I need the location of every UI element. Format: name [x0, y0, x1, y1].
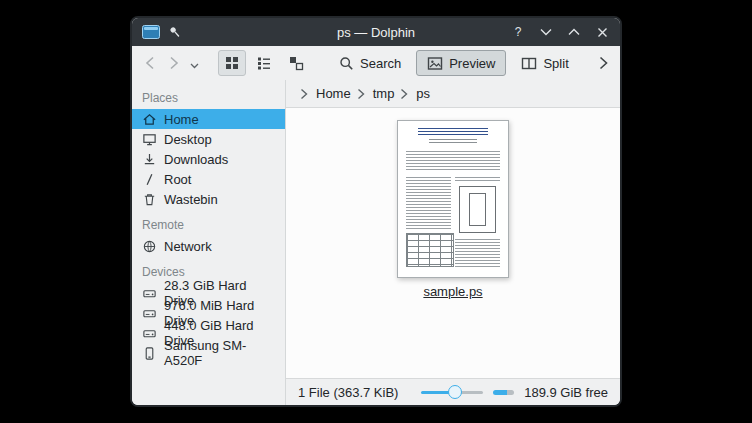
chevron-down-icon: [540, 28, 552, 36]
maximize-button[interactable]: [566, 24, 582, 40]
chevron-right-icon: [357, 88, 367, 100]
section-header-places: Places: [132, 82, 285, 109]
search-label: Search: [360, 56, 401, 71]
root-icon: [142, 172, 157, 187]
view-mode-group: [218, 50, 310, 76]
toolbar-overflow-button[interactable]: [594, 51, 612, 75]
sidebar-item-home[interactable]: Home: [132, 109, 285, 129]
sidebar-item-label: Downloads: [164, 152, 228, 167]
thumb-table: [406, 233, 454, 267]
desktop-background: ps — Dolphin ?: [0, 0, 752, 423]
sidebar-item-label: Desktop: [164, 132, 212, 147]
details-view-icon: [256, 55, 272, 71]
network-icon: [142, 239, 157, 254]
zoom-slider-handle[interactable]: [448, 385, 462, 399]
details-view-button[interactable]: [250, 50, 278, 76]
sidebar-item-label: Wastebin: [164, 192, 218, 207]
thumb-text-lines: [406, 151, 501, 172]
history-dropdown-icon[interactable]: [188, 51, 200, 75]
close-icon: [597, 27, 608, 38]
places-panel: Places Home Desktop Downloads Root: [132, 80, 286, 405]
file-count-summary: 1 File (363.7 KiB): [298, 385, 398, 400]
forward-button[interactable]: [164, 51, 184, 75]
close-button[interactable]: [594, 24, 610, 40]
thumb-figure: [459, 186, 496, 233]
icons-view-button[interactable]: [218, 50, 246, 76]
chevron-right-icon: [300, 88, 310, 100]
sidebar-item-label: Samsung SM-A520F: [164, 338, 275, 368]
sidebar-item-label: Network: [164, 239, 212, 254]
sidebar-item-wastebin[interactable]: Wastebin: [132, 189, 285, 209]
icons-view-icon: [224, 55, 240, 71]
split-icon: [521, 56, 537, 71]
sidebar-item-network[interactable]: Network: [132, 236, 285, 256]
harddrive-icon: [142, 306, 157, 321]
forward-arrow-icon: [169, 56, 179, 70]
preview-label: Preview: [449, 56, 495, 71]
wastebin-icon: [142, 192, 157, 207]
breadcrumb[interactable]: Home tmp ps: [286, 80, 620, 107]
help-button[interactable]: ?: [510, 24, 526, 40]
thumb-meta-lines: [429, 139, 477, 145]
split-label: Split: [543, 56, 568, 71]
harddrive-icon: [142, 286, 157, 301]
section-header-remote: Remote: [132, 209, 285, 236]
split-button[interactable]: Split: [510, 50, 579, 76]
breadcrumb-item-ps[interactable]: ps: [416, 86, 430, 101]
sidebar-item-label: Root: [164, 172, 191, 187]
dolphin-app-icon[interactable]: [142, 25, 160, 39]
chevron-right-icon: [400, 88, 410, 100]
desktop-icon: [142, 132, 157, 147]
back-button[interactable]: [140, 51, 160, 75]
harddrive-icon: [142, 326, 157, 341]
minimize-button[interactable]: [538, 24, 554, 40]
help-icon: ?: [515, 25, 522, 39]
chevron-right-icon: [599, 56, 608, 70]
chevron-up-icon: [568, 28, 580, 36]
status-bar: 1 File (363.7 KiB) 189.9 GiB free: [286, 379, 620, 405]
pin-icon[interactable]: [165, 22, 185, 42]
search-button[interactable]: Search: [328, 50, 412, 76]
back-arrow-icon: [145, 56, 155, 70]
file-item[interactable]: sample.ps: [373, 120, 533, 299]
search-icon: [339, 56, 354, 71]
zoom-slider[interactable]: [421, 385, 483, 399]
sidebar-item-desktop[interactable]: Desktop: [132, 129, 285, 149]
home-icon: [142, 112, 157, 127]
breadcrumb-item-tmp[interactable]: tmp: [373, 86, 395, 101]
thumb-right-column: [455, 177, 500, 183]
sidebar-item-root[interactable]: Root: [132, 169, 285, 189]
smartphone-icon: [142, 346, 157, 361]
thumb-left-column: [406, 177, 451, 229]
titlebar[interactable]: ps — Dolphin ?: [132, 18, 620, 46]
folder-view[interactable]: sample.ps: [286, 107, 620, 379]
disk-usage-bar: [493, 390, 514, 395]
sidebar-item-downloads[interactable]: Downloads: [132, 149, 285, 169]
thumb-title-lines: [418, 128, 488, 135]
breadcrumb-item-home[interactable]: Home: [316, 86, 351, 101]
thumb-right-column-2: [455, 239, 500, 267]
tree-view-icon: [288, 55, 304, 71]
tree-view-button[interactable]: [282, 50, 310, 76]
free-space-label: 189.9 GiB free: [524, 385, 608, 400]
file-thumbnail: [397, 120, 509, 278]
sidebar-item-phone[interactable]: Samsung SM-A520F: [132, 343, 285, 363]
file-name[interactable]: sample.ps: [423, 284, 482, 299]
download-icon: [142, 152, 157, 167]
preview-icon: [427, 56, 443, 71]
preview-button[interactable]: Preview: [416, 50, 506, 76]
main-toolbar: Search Preview Split: [132, 46, 620, 80]
dolphin-window: ps — Dolphin ?: [130, 16, 622, 407]
sidebar-item-label: Home: [164, 112, 199, 127]
